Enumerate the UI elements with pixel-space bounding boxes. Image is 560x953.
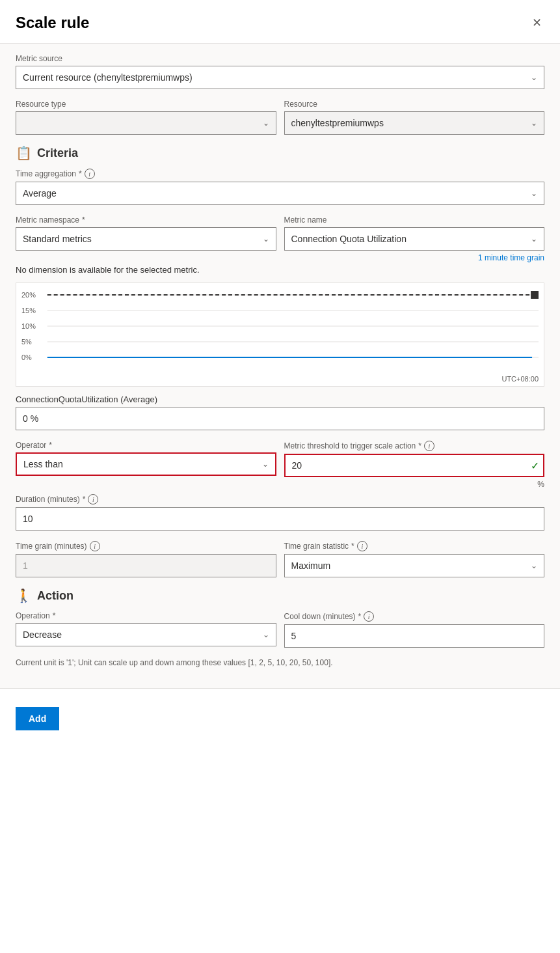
operator-label: Operator * <box>16 441 276 450</box>
operator-chevron-icon: ⌄ <box>262 460 269 469</box>
time-grain-statistic-chevron-icon: ⌄ <box>531 561 537 570</box>
time-grain-field: Time grain (minutes) i <box>16 541 276 577</box>
metric-name-field: Metric name Connection Quota Utilization… <box>284 215 545 251</box>
threshold-label: Metric threshold to trigger scale action… <box>284 441 545 451</box>
svg-text:10%: 10% <box>21 322 36 330</box>
metric-namespace-value: Standard metrics <box>23 234 92 244</box>
close-icon: ✕ <box>532 16 542 30</box>
time-grain-statistic-select[interactable]: Maximum ⌄ <box>284 554 545 577</box>
time-aggregation-info-icon[interactable]: i <box>85 169 95 179</box>
operation-value: Decrease <box>23 629 62 640</box>
metric-source-select[interactable]: Current resource (chenyltestpremiumwps) … <box>16 66 544 89</box>
svg-rect-12 <box>531 291 539 299</box>
time-aggregation-section: Time aggregation * i Average ⌄ <box>16 169 544 205</box>
metric-source-section: Metric source Current resource (chenylte… <box>16 54 544 89</box>
cool-down-field: Cool down (minutes) * i <box>284 611 545 648</box>
svg-text:0%: 0% <box>21 353 32 361</box>
operator-select[interactable]: Less than ⌄ <box>16 452 276 476</box>
operation-chevron-icon: ⌄ <box>263 630 269 639</box>
current-unit-note: Current unit is '1'; Unit can scale up a… <box>16 658 544 667</box>
threshold-field: Metric threshold to trigger scale action… <box>284 441 545 477</box>
metric-source-chevron-icon: ⌄ <box>531 73 537 82</box>
time-grain-info-icon[interactable]: i <box>90 541 100 551</box>
resource-select[interactable]: chenyltestpremiumwps ⌄ <box>284 111 545 135</box>
metric-value-section: ConnectionQuotaUtilization (Average) <box>16 394 544 430</box>
operation-field: Operation * Decrease ⌄ <box>16 611 276 648</box>
threshold-check-icon: ✓ <box>531 460 539 472</box>
time-aggregation-label: Time aggregation * i <box>16 169 544 179</box>
time-aggregation-value: Average <box>23 188 57 199</box>
criteria-title: Criteria <box>37 146 78 160</box>
time-aggregation-chevron-icon: ⌄ <box>531 189 537 198</box>
metric-namespace-select[interactable]: Standard metrics ⌄ <box>16 227 276 251</box>
operation-select[interactable]: Decrease ⌄ <box>16 623 276 646</box>
action-title: Action <box>37 589 73 603</box>
resource-field: Resource chenyltestpremiumwps ⌄ <box>284 100 545 135</box>
time-grain-statistic-value: Maximum <box>291 560 331 571</box>
metric-source-value: Current resource (chenyltestpremiumwps) <box>23 72 193 83</box>
percent-note: % <box>16 480 544 489</box>
metric-chart: 20% 15% 10% 5% 0% <box>21 288 539 373</box>
duration-label: Duration (minutes) * i <box>16 494 544 504</box>
svg-text:15%: 15% <box>21 307 36 314</box>
metric-value-input[interactable] <box>16 407 544 430</box>
chart-utc-label: UTC+08:00 <box>21 375 539 383</box>
time-grain-statistic-field: Time grain statistic * i Maximum ⌄ <box>284 541 545 577</box>
threshold-input[interactable] <box>284 454 545 477</box>
no-dimension-note: No dimension is available for the select… <box>16 265 544 275</box>
cool-down-input[interactable] <box>284 624 545 648</box>
resource-type-select[interactable]: ⌄ <box>16 111 276 135</box>
operator-threshold-row: Operator * Less than ⌄ Metric threshold … <box>16 441 544 477</box>
metric-namespace-row: Metric namespace * Standard metrics ⌄ Me… <box>16 215 544 251</box>
panel-header: Scale rule ✕ <box>0 0 560 44</box>
panel-title: Scale rule <box>16 14 89 32</box>
cool-down-info-icon[interactable]: i <box>364 611 374 622</box>
metric-source-label: Metric source <box>16 54 544 63</box>
operator-field: Operator * Less than ⌄ <box>16 441 276 477</box>
metric-namespace-label: Metric namespace * <box>16 215 276 225</box>
resource-type-chevron-icon: ⌄ <box>263 118 269 128</box>
time-grain-statistic-info-icon[interactable]: i <box>357 541 367 551</box>
action-icon: 🚶 <box>16 588 32 603</box>
svg-text:5%: 5% <box>21 338 32 346</box>
criteria-header: 📋 Criteria <box>16 145 544 161</box>
operation-label: Operation * <box>16 611 276 620</box>
time-grain-statistic-label: Time grain statistic * i <box>284 541 545 551</box>
criteria-icon: 📋 <box>16 145 32 161</box>
resource-type-field: Resource type ⌄ <box>16 100 276 135</box>
resource-type-resource-row: Resource type ⌄ Resource chenyltestpremi… <box>16 100 544 135</box>
metric-name-label: Metric name <box>284 215 545 225</box>
threshold-info-icon[interactable]: i <box>424 441 434 451</box>
bottom-bar: Add <box>0 688 560 741</box>
metric-name-chevron-icon: ⌄ <box>531 234 537 243</box>
resource-value: chenyltestpremiumwps <box>291 118 384 128</box>
duration-input[interactable] <box>16 507 544 531</box>
time-grain-input <box>16 554 276 577</box>
metric-namespace-chevron-icon: ⌄ <box>263 234 269 243</box>
duration-info-icon[interactable]: i <box>88 494 98 504</box>
time-grain-label: Time grain (minutes) i <box>16 541 276 551</box>
metric-name-value: Connection Quota Utilization <box>291 234 407 244</box>
chart-container: 20% 15% 10% 5% 0% UTC+08:00 <box>16 283 544 387</box>
scale-rule-panel: Scale rule ✕ Metric source Current resou… <box>0 0 560 741</box>
metric-value-label: ConnectionQuotaUtilization (Average) <box>16 394 544 404</box>
metric-namespace-field: Metric namespace * Standard metrics ⌄ <box>16 215 276 251</box>
cool-down-label: Cool down (minutes) * i <box>284 611 545 622</box>
resource-label: Resource <box>284 100 545 109</box>
time-grain-row: Time grain (minutes) i Time grain statis… <box>16 541 544 577</box>
time-aggregation-required: * <box>79 169 82 178</box>
threshold-wrapper: ✓ <box>284 454 545 477</box>
panel-body: Metric source Current resource (chenylte… <box>0 44 560 688</box>
time-grain-note: 1 minute time grain <box>16 253 544 262</box>
svg-text:20%: 20% <box>21 291 36 299</box>
metric-name-select[interactable]: Connection Quota Utilization ⌄ <box>284 227 545 251</box>
operator-value: Less than <box>23 459 63 469</box>
time-aggregation-select[interactable]: Average ⌄ <box>16 182 544 205</box>
duration-section: Duration (minutes) * i <box>16 494 544 531</box>
add-button[interactable]: Add <box>16 707 59 730</box>
operation-cooldown-row: Operation * Decrease ⌄ Cool down (minute… <box>16 611 544 648</box>
resource-chevron-icon: ⌄ <box>531 118 537 128</box>
action-header: 🚶 Action <box>16 588 544 603</box>
close-button[interactable]: ✕ <box>529 13 544 33</box>
resource-type-label: Resource type <box>16 100 276 109</box>
